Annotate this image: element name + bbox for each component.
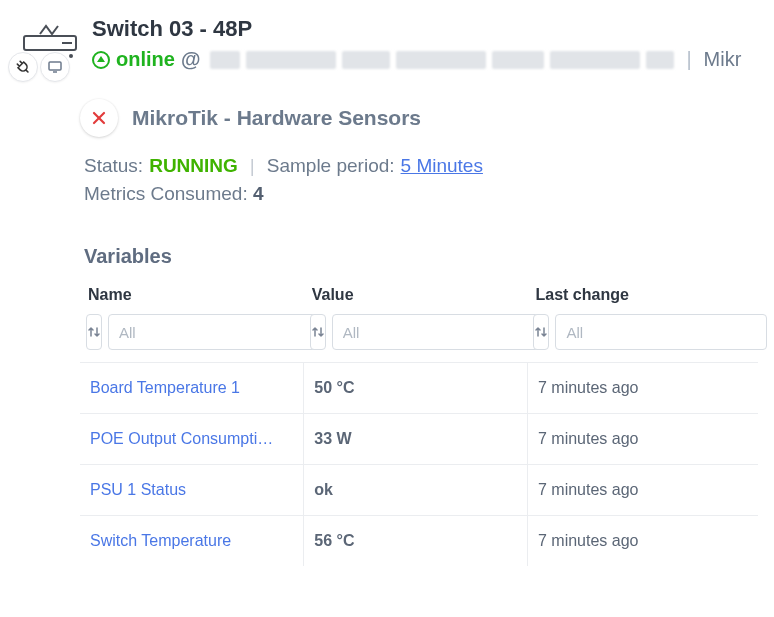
online-label: online <box>116 48 175 71</box>
variable-last-change: 7 minutes ago <box>527 516 758 567</box>
table-row: Board Temperature 150 °C7 minutes ago <box>80 363 758 414</box>
table-row: PSU 1 Statusok7 minutes ago <box>80 465 758 516</box>
sort-value-button[interactable] <box>310 314 326 350</box>
variable-name[interactable]: Switch Temperature <box>80 516 304 567</box>
variable-name[interactable]: Board Temperature 1 <box>80 363 304 414</box>
metrics-row: Metrics Consumed: 4 <box>84 183 758 205</box>
column-header-last-change[interactable]: Last change <box>527 286 758 314</box>
variable-value: ok <box>304 465 528 516</box>
variable-last-change: 7 minutes ago <box>527 465 758 516</box>
sample-period-label: Sample period: <box>267 155 395 177</box>
sort-last-change-button[interactable] <box>533 314 549 350</box>
table-row: Switch Temperature56 °C7 minutes ago <box>80 516 758 567</box>
status-line: online @ | Mikr <box>92 48 774 71</box>
variables-heading: Variables <box>84 245 758 268</box>
column-header-value[interactable]: Value <box>304 286 528 314</box>
online-icon <box>92 51 110 69</box>
status-value: RUNNING <box>149 155 238 177</box>
close-button[interactable] <box>80 99 118 137</box>
variable-last-change: 7 minutes ago <box>527 414 758 465</box>
filter-name-input[interactable] <box>108 314 320 350</box>
variable-last-change: 7 minutes ago <box>527 363 758 414</box>
sample-period-link[interactable]: 5 Minutes <box>401 155 483 177</box>
filter-value-input[interactable] <box>332 314 544 350</box>
column-header-name[interactable]: Name <box>80 286 304 314</box>
at-sign: @ <box>181 48 201 71</box>
variable-name[interactable]: POE Output Consumpti… <box>80 414 304 465</box>
variable-value: 33 W <box>304 414 528 465</box>
monitor-icon-button[interactable] <box>40 52 70 82</box>
plug-icon-button[interactable] <box>8 52 38 82</box>
redacted-host <box>210 51 674 69</box>
sort-icon <box>87 325 101 339</box>
metrics-value: 4 <box>253 183 264 204</box>
svg-rect-4 <box>49 62 61 70</box>
variable-value: 56 °C <box>304 516 528 567</box>
monitor-icon <box>47 59 63 75</box>
divider: | <box>680 48 697 71</box>
vendor-label: Mikr <box>704 48 742 71</box>
panel-title: MikroTik - Hardware Sensors <box>132 106 421 130</box>
device-title: Switch 03 - 48P <box>92 16 774 42</box>
variables-table: Name Value Last change <box>80 286 758 566</box>
variable-value: 50 °C <box>304 363 528 414</box>
sort-name-button[interactable] <box>86 314 102 350</box>
plug-icon <box>15 59 31 75</box>
filter-last-change-input[interactable] <box>555 314 767 350</box>
close-icon <box>92 111 106 125</box>
status-label: Status: <box>84 155 143 177</box>
divider: | <box>244 155 261 177</box>
table-row: POE Output Consumpti…33 W7 minutes ago <box>80 414 758 465</box>
sort-icon <box>534 325 548 339</box>
sort-icon <box>311 325 325 339</box>
variable-name[interactable]: PSU 1 Status <box>80 465 304 516</box>
metrics-label: Metrics Consumed: <box>84 183 248 204</box>
status-row: Status: RUNNING | Sample period: 5 Minut… <box>84 155 758 177</box>
